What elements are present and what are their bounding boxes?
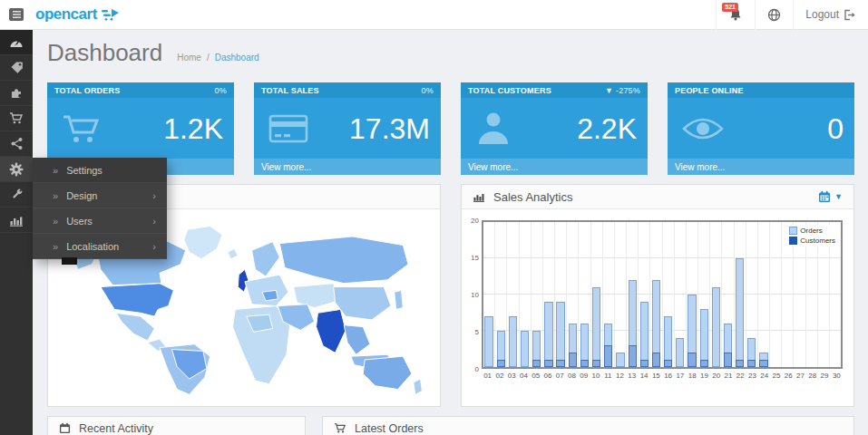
submenu-label: Settings bbox=[66, 165, 102, 176]
tag-icon bbox=[10, 61, 24, 74]
opencart-logo[interactable]: opencart bbox=[35, 5, 119, 24]
x-tick-label: 29 bbox=[818, 372, 830, 380]
bar-customers bbox=[556, 360, 564, 367]
x-tick-label: 20 bbox=[710, 372, 722, 380]
x-tick-label: 12 bbox=[614, 372, 626, 380]
chart-column bbox=[650, 222, 662, 367]
sidebar-item-reports[interactable] bbox=[0, 208, 33, 233]
y-tick-label: 0 bbox=[475, 365, 479, 373]
date-range-dropdown[interactable]: ▼ bbox=[818, 190, 843, 203]
chart-y-axis: 05101520 bbox=[465, 220, 482, 369]
legend-label: Orders bbox=[800, 226, 822, 236]
x-tick-label: 23 bbox=[746, 372, 758, 380]
sign-out-icon bbox=[844, 9, 856, 21]
sidebar-nav bbox=[0, 30, 33, 435]
legend-swatch bbox=[789, 227, 797, 235]
bar-chart-icon bbox=[473, 191, 485, 202]
globe-icon bbox=[767, 8, 781, 22]
bar-orders bbox=[509, 316, 517, 367]
x-tick-label: 10 bbox=[590, 372, 601, 380]
x-tick-label: 15 bbox=[650, 372, 662, 380]
chart-column bbox=[615, 222, 627, 367]
sidebar-item-system[interactable] bbox=[0, 157, 33, 182]
submenu-item-localisation[interactable]: » Localisation › bbox=[33, 234, 167, 259]
sidebar-item-extensions[interactable] bbox=[0, 81, 33, 106]
dashboard-icon bbox=[9, 36, 24, 49]
view-more-link[interactable]: View more... bbox=[668, 159, 854, 175]
logout-button[interactable]: Logout bbox=[793, 0, 868, 30]
chevron-right-icon: › bbox=[152, 216, 156, 227]
logout-label: Logout bbox=[805, 8, 839, 21]
chart-column bbox=[710, 222, 722, 367]
bar-customers bbox=[592, 360, 600, 367]
x-tick-label: 06 bbox=[541, 372, 553, 380]
chart-plot: OrdersCustomers bbox=[482, 220, 843, 369]
x-tick-label: 04 bbox=[518, 372, 530, 380]
sales-analytics-panel: Sales Analytics ▼ 05101520 OrdersCustome… bbox=[461, 184, 854, 407]
page-heading: Dashboard Home / Dashboard bbox=[47, 39, 854, 72]
x-tick-label: 28 bbox=[806, 372, 818, 380]
submenu-label: Users bbox=[66, 216, 93, 227]
tile-title: TOTAL CUSTOMERS bbox=[468, 86, 551, 95]
bar-customers bbox=[759, 360, 767, 367]
recent-activity-panel: Recent Activity bbox=[47, 416, 306, 435]
x-tick-label: 13 bbox=[626, 372, 638, 380]
x-tick-label: 22 bbox=[735, 372, 746, 380]
bar-customers bbox=[640, 360, 649, 367]
bar-customers bbox=[700, 360, 708, 367]
page-title: Dashboard bbox=[47, 39, 162, 67]
bar-customers bbox=[604, 345, 612, 367]
submenu-item-settings[interactable]: » Settings bbox=[33, 158, 167, 183]
x-tick-label: 14 bbox=[638, 372, 649, 380]
chart-column bbox=[722, 222, 734, 367]
breadcrumb-home-link[interactable]: Home bbox=[177, 53, 201, 63]
tile-title: PEOPLE ONLINE bbox=[675, 86, 744, 95]
x-tick-label: 09 bbox=[578, 372, 590, 380]
bar-orders bbox=[712, 287, 720, 367]
sidebar-item-sales[interactable] bbox=[0, 106, 33, 131]
sidebar-item-catalog[interactable] bbox=[0, 55, 33, 81]
chart-column bbox=[579, 222, 590, 367]
menu-toggle-button[interactable] bbox=[0, 0, 33, 30]
submenu-item-users[interactable]: » Users › bbox=[33, 208, 167, 234]
tile-title: TOTAL SALES bbox=[261, 86, 319, 95]
latest-orders-panel: Latest Orders bbox=[322, 416, 854, 435]
chart-column bbox=[507, 222, 519, 367]
tile-percent: 0% bbox=[215, 86, 227, 95]
submenu-item-design[interactable]: » Design › bbox=[33, 183, 167, 208]
bar-customers bbox=[544, 360, 552, 367]
y-tick-label: 10 bbox=[471, 291, 479, 299]
x-tick-label: 05 bbox=[530, 372, 541, 380]
x-tick-label: 18 bbox=[687, 372, 698, 380]
notifications-button[interactable]: 521 bbox=[716, 0, 755, 30]
bar-customers bbox=[497, 360, 505, 367]
cart-logo-icon bbox=[101, 8, 119, 21]
sidebar-item-tools[interactable] bbox=[0, 182, 33, 208]
view-more-link[interactable]: View more... bbox=[461, 159, 648, 175]
chart-x-labels: 0102030405060708091011121314151617181920… bbox=[482, 372, 843, 380]
legend-label: Customers bbox=[800, 236, 835, 246]
chart-column bbox=[698, 222, 710, 367]
notification-badge: 521 bbox=[722, 3, 738, 12]
chevron-right-icon: › bbox=[152, 190, 156, 201]
chart-column bbox=[627, 222, 639, 367]
breadcrumb-current-link[interactable]: Dashboard bbox=[215, 53, 259, 63]
sidebar-item-marketing[interactable] bbox=[0, 131, 33, 157]
view-more-link[interactable]: View more... bbox=[254, 159, 441, 175]
x-tick-label: 17 bbox=[674, 372, 686, 380]
chart-column bbox=[543, 222, 555, 367]
tile-title: TOTAL ORDERS bbox=[54, 86, 120, 95]
wrench-icon bbox=[10, 188, 24, 201]
bar-customers bbox=[724, 353, 732, 367]
submenu-label: Localisation bbox=[66, 241, 119, 252]
bar-customers bbox=[532, 360, 541, 367]
sidebar-item-dashboard[interactable] bbox=[0, 30, 33, 55]
bar-orders bbox=[700, 309, 708, 367]
chart-column bbox=[758, 222, 770, 367]
caret-down-icon: ▼ bbox=[834, 192, 843, 201]
bar-orders bbox=[640, 302, 649, 367]
stores-button[interactable] bbox=[755, 0, 793, 30]
sales-chart: 05101520 OrdersCustomers 010203040506070… bbox=[462, 209, 853, 380]
tile-total-customers: TOTAL CUSTOMERS ▼ -275% 2.2K View more..… bbox=[461, 82, 648, 175]
x-tick-label: 08 bbox=[566, 372, 578, 380]
